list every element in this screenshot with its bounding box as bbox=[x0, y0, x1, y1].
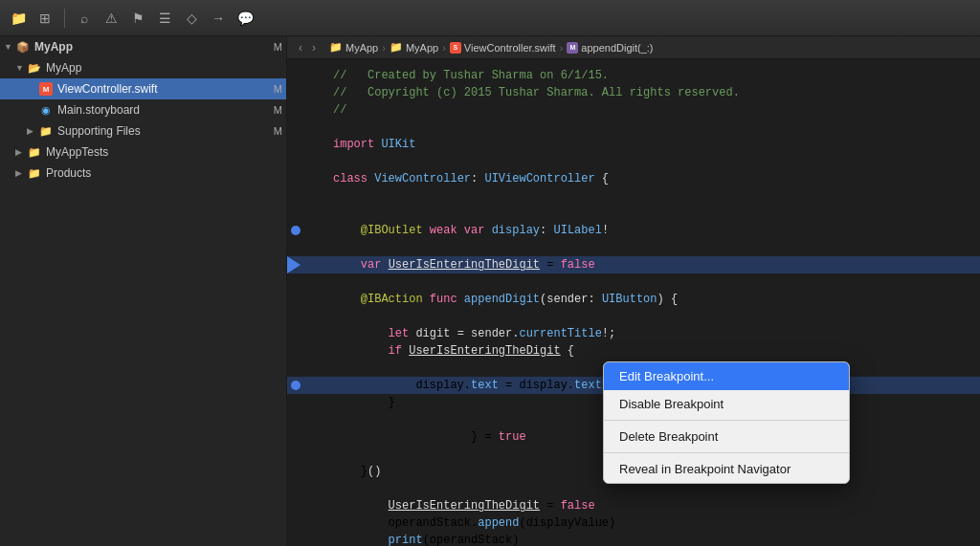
swift-file-icon: M bbox=[38, 81, 54, 97]
line-content bbox=[325, 119, 980, 136]
arrow-icon: ▼ bbox=[4, 42, 15, 52]
folder-icon: 📁 bbox=[27, 165, 42, 181]
line-gutter bbox=[287, 239, 325, 256]
arrow-icon[interactable]: → bbox=[208, 8, 229, 29]
context-menu-separator bbox=[604, 452, 849, 453]
line-gutter bbox=[287, 360, 325, 377]
breakpoint-arrow[interactable] bbox=[287, 256, 301, 273]
line-gutter bbox=[287, 136, 325, 153]
folder-icon: 📦 bbox=[15, 39, 31, 55]
line-gutter bbox=[287, 377, 325, 394]
folder-icon: 📂 bbox=[27, 60, 42, 76]
arrow-icon: ▶ bbox=[15, 147, 27, 157]
grid-icon[interactable]: ⊞ bbox=[34, 8, 56, 29]
arrow-icon: ▶ bbox=[15, 168, 27, 178]
context-menu-item-edit-breakpoint[interactable]: Edit Breakpoint... bbox=[604, 362, 849, 390]
breadcrumb-label: appendDigit(_:) bbox=[581, 42, 653, 54]
diamond-icon[interactable]: ◇ bbox=[181, 8, 202, 29]
sidebar-badge: M bbox=[274, 125, 282, 137]
breadcrumb-item-2[interactable]: 📁 MyApp bbox=[390, 41, 438, 54]
context-menu-item-disable-breakpoint[interactable]: Disable Breakpoint bbox=[604, 390, 849, 418]
sidebar-item-myapp-root[interactable]: ▼ 📦 MyApp M bbox=[0, 36, 286, 57]
line-gutter bbox=[287, 222, 325, 239]
sidebar-item-products[interactable]: ▶ 📁 Products bbox=[0, 163, 286, 184]
line-content: // Created by Tushar Sharma on 6/1/15. bbox=[325, 67, 980, 84]
sidebar-item-myapp-group[interactable]: ▼ 📂 MyApp bbox=[0, 57, 286, 78]
line-gutter bbox=[287, 325, 325, 342]
sidebar-item-label: Products bbox=[46, 166, 91, 180]
sidebar-item-supporting-files[interactable]: ▶ 📁 Supporting Files M bbox=[0, 120, 286, 142]
breadcrumb-item-3[interactable]: S ViewController.swift bbox=[450, 42, 556, 54]
line-gutter bbox=[287, 291, 325, 308]
line-gutter bbox=[287, 256, 325, 273]
breadcrumb-sep: › bbox=[442, 42, 446, 54]
line-gutter bbox=[287, 170, 325, 187]
arrow-icon: ▶ bbox=[27, 126, 38, 136]
code-line: @IBOutlet weak var display: UILabel! bbox=[287, 222, 980, 239]
folder-icon: 📁 bbox=[38, 123, 54, 139]
context-menu-item-delete-breakpoint[interactable]: Delete Breakpoint bbox=[604, 423, 849, 450]
line-gutter bbox=[287, 84, 325, 101]
flag-icon[interactable]: ⚑ bbox=[127, 8, 148, 29]
sidebar-item-label: Supporting Files bbox=[57, 124, 141, 138]
line-content: operandStack.append(displayValue) bbox=[325, 514, 980, 532]
line-gutter bbox=[287, 497, 325, 514]
list-icon[interactable]: ☰ bbox=[154, 8, 175, 29]
context-menu-item-reveal-navigator[interactable]: Reveal in Breakpoint Navigator bbox=[604, 455, 849, 483]
sidebar-item-label: MyApp bbox=[34, 40, 73, 54]
sidebar-item-label: ViewController.swift bbox=[57, 82, 157, 96]
code-line bbox=[287, 273, 980, 291]
nav-forward-button[interactable]: › bbox=[308, 39, 320, 56]
breadcrumb-nav: ‹ › bbox=[295, 39, 320, 56]
folder-icon[interactable]: 📁 bbox=[8, 8, 29, 29]
context-menu-separator bbox=[604, 420, 849, 421]
sidebar-item-label: MyApp bbox=[46, 61, 81, 75]
sidebar-item-label: Main.storyboard bbox=[57, 103, 140, 117]
bubble-icon[interactable]: 💬 bbox=[234, 8, 256, 29]
main-area: ▼ 📦 MyApp M ▼ 📂 MyApp M ViewController.s… bbox=[0, 36, 980, 546]
sidebar-badge: M bbox=[274, 41, 282, 53]
sidebar-item-main-storyboard[interactable]: ◉ Main.storyboard M bbox=[0, 99, 286, 120]
code-line bbox=[287, 308, 980, 325]
code-line bbox=[287, 187, 980, 205]
sidebar-item-myapptests[interactable]: ▶ 📁 MyAppTests bbox=[0, 142, 286, 163]
swift-icon: S bbox=[450, 42, 461, 54]
code-line: // Copyright (c) 2015 Tushar Sharma. All… bbox=[287, 84, 980, 101]
breadcrumb-item-1[interactable]: 📁 MyApp bbox=[329, 41, 378, 54]
breadcrumb-item-4[interactable]: M appendDigit(_:) bbox=[567, 42, 653, 54]
line-content: class ViewController: UIViewController { bbox=[325, 170, 980, 187]
breakpoint-indicator[interactable] bbox=[291, 381, 301, 390]
line-content: if UserIsEnteringTheDigit { bbox=[325, 342, 980, 360]
breadcrumb-bar: ‹ › 📁 MyApp › 📁 MyApp › S ViewController… bbox=[287, 36, 980, 59]
warning-icon[interactable]: ⚠ bbox=[100, 8, 122, 29]
line-content: // bbox=[325, 101, 980, 119]
line-content: @IBAction func appendDigit(sender: UIBut… bbox=[325, 291, 980, 308]
context-menu: Edit Breakpoint... Disable Breakpoint De… bbox=[603, 361, 850, 484]
sidebar: ▼ 📦 MyApp M ▼ 📂 MyApp M ViewController.s… bbox=[0, 36, 287, 546]
code-line: operandStack.append(displayValue) bbox=[287, 514, 980, 532]
nav-back-button[interactable]: ‹ bbox=[295, 39, 306, 56]
code-line: import UIKit bbox=[287, 136, 980, 153]
line-content bbox=[325, 153, 980, 170]
line-gutter bbox=[287, 308, 325, 325]
line-gutter bbox=[287, 205, 325, 222]
search-icon[interactable]: ⌕ bbox=[74, 8, 95, 29]
code-line: @IBAction func appendDigit(sender: UIBut… bbox=[287, 291, 980, 308]
breakpoint-indicator[interactable] bbox=[291, 226, 301, 235]
code-line: let digit = sender.currentTitle!; bbox=[287, 325, 980, 342]
line-gutter bbox=[287, 67, 325, 84]
method-icon: M bbox=[567, 42, 578, 54]
line-gutter bbox=[287, 342, 325, 360]
line-content: let digit = sender.currentTitle!; bbox=[325, 325, 980, 342]
line-gutter bbox=[287, 463, 325, 480]
line-content bbox=[325, 205, 980, 222]
breadcrumb-label: MyApp bbox=[406, 42, 438, 54]
code-line: if UserIsEnteringTheDigit { bbox=[287, 342, 980, 360]
line-gutter bbox=[287, 394, 325, 411]
line-content: UserIsEnteringTheDigit = false bbox=[325, 497, 980, 514]
breadcrumb-sep: › bbox=[382, 42, 386, 54]
toolbar: 📁 ⊞ ⌕ ⚠ ⚑ ☰ ◇ → 💬 bbox=[0, 0, 980, 36]
line-content bbox=[325, 273, 980, 291]
sidebar-item-label: MyAppTests bbox=[46, 145, 108, 159]
sidebar-item-viewcontroller[interactable]: M ViewController.swift M bbox=[0, 78, 286, 99]
